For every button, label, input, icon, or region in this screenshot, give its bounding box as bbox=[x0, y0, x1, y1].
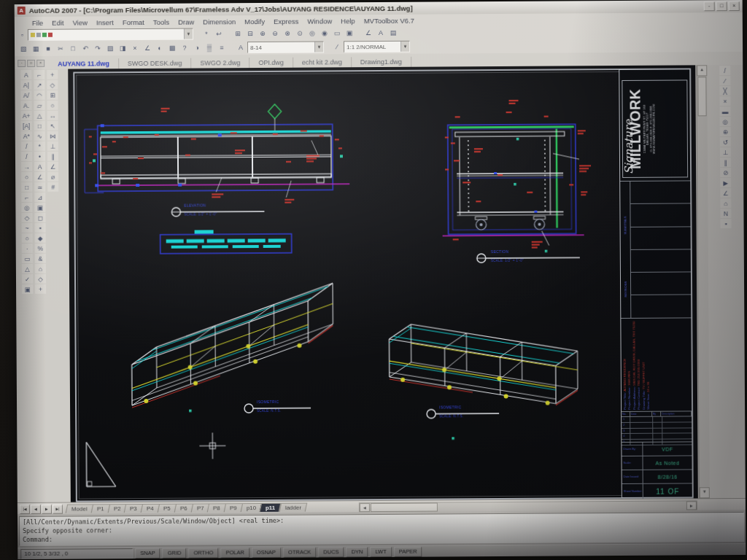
status-toggle-button[interactable]: DUCS bbox=[318, 547, 344, 557]
modify-tool-icon[interactable]: ⊕ bbox=[720, 127, 731, 136]
toolbar-icon[interactable]: ◑ bbox=[191, 42, 203, 53]
tool-icon[interactable]: ⊞ bbox=[47, 90, 58, 100]
toolbar-icon[interactable]: * bbox=[201, 28, 212, 39]
modify-tool-icon[interactable]: ⊥ bbox=[720, 147, 731, 157]
tool-icon[interactable]: ∠ bbox=[47, 162, 58, 171]
scale-dropdown[interactable]: 1:1 2/NORMAL ▼ bbox=[344, 41, 410, 53]
tool-icon[interactable]: / bbox=[21, 152, 32, 161]
modify-tool-icon[interactable]: ▬ bbox=[720, 106, 731, 116]
menu-item[interactable]: Window bbox=[303, 17, 336, 25]
coordinates-readout[interactable]: 10 1/2, 5 3/32 , 0 bbox=[20, 548, 133, 559]
modify-tool-icon[interactable]: ╳ bbox=[719, 86, 730, 96]
layout-nav-button[interactable]: |◀ bbox=[20, 504, 30, 513]
mdi-control-button[interactable]: □ bbox=[27, 60, 35, 67]
toolbar-icon[interactable]: ∠ bbox=[363, 28, 374, 39]
tool-icon[interactable]: ∿ bbox=[34, 131, 45, 141]
tool-icon[interactable]: ∠ bbox=[34, 172, 45, 182]
modify-tool-icon[interactable]: ∠ bbox=[720, 188, 731, 198]
toolbar-icon[interactable]: × bbox=[129, 42, 141, 53]
tool-icon[interactable]: A/ bbox=[20, 90, 31, 100]
status-toggle-button[interactable]: DYN bbox=[347, 547, 368, 557]
status-toggle-button[interactable]: POLAR bbox=[220, 548, 249, 558]
toolbar-icon[interactable]: A bbox=[375, 27, 387, 38]
modify-tool-icon[interactable]: ∥ bbox=[720, 158, 731, 167]
tool-icon[interactable]: ⋈ bbox=[47, 131, 58, 141]
toolbar-icon[interactable]: ↷ bbox=[92, 43, 104, 54]
tool-icon[interactable]: A bbox=[20, 70, 31, 79]
tool-icon[interactable]: ✓ bbox=[22, 274, 33, 284]
window-control-button[interactable]: × bbox=[729, 1, 740, 11]
text-style-dropdown[interactable]: 8-14 ▼ bbox=[247, 41, 324, 53]
tool-icon[interactable]: ▣ bbox=[22, 284, 33, 294]
toolbar-icon[interactable]: ◐ bbox=[154, 42, 166, 53]
chevron-down-icon[interactable]: ▼ bbox=[184, 29, 193, 39]
drawing-tab[interactable]: OPI.dwg bbox=[249, 58, 293, 68]
modify-tool-icon[interactable]: ↺ bbox=[720, 137, 731, 147]
scale-tool-icon[interactable]: ∕ bbox=[331, 42, 343, 52]
toolbar-icon[interactable]: ◨ bbox=[117, 43, 128, 54]
drawing-tab[interactable]: AUYANG 11.dwg bbox=[49, 58, 119, 69]
tool-icon[interactable]: ○ bbox=[22, 233, 33, 243]
drawing-tab[interactable]: echt kit 2.dwg bbox=[293, 57, 352, 67]
status-toggle-button[interactable]: OSNAP bbox=[252, 548, 281, 558]
tool-icon[interactable]: □ bbox=[34, 121, 45, 131]
toolbar-icon[interactable]: ▒ bbox=[204, 42, 215, 53]
zoom-tool-icon[interactable]: ⊗ bbox=[282, 28, 293, 39]
zoom-tool-icon[interactable]: ⊟ bbox=[244, 28, 256, 39]
tool-icon[interactable]: ⌐ bbox=[34, 70, 44, 79]
scroll-left-icon[interactable]: ◀ bbox=[360, 503, 370, 512]
layer-dropdown[interactable]: ▼ bbox=[28, 28, 193, 41]
layout-tab[interactable]: ladder bbox=[279, 503, 307, 512]
layer-properties-icon[interactable]: ▫ bbox=[18, 29, 27, 40]
layout-nav-button[interactable]: ▶| bbox=[53, 504, 63, 513]
modify-tool-icon[interactable]: ⌂ bbox=[720, 198, 731, 208]
menu-item[interactable]: Help bbox=[336, 17, 360, 25]
tool-icon[interactable]: △ bbox=[22, 264, 33, 273]
modify-tool-icon[interactable]: ▪ bbox=[720, 219, 731, 228]
menu-item[interactable]: Express bbox=[269, 17, 303, 25]
tool-icon[interactable]: A. bbox=[20, 101, 31, 110]
zoom-tool-icon[interactable]: ◎ bbox=[306, 28, 318, 39]
tool-icon[interactable]: • bbox=[34, 152, 45, 161]
tool-icon[interactable]: □ bbox=[21, 182, 32, 192]
tool-icon[interactable]: ~ bbox=[22, 223, 33, 233]
layout-tab[interactable]: Model bbox=[66, 504, 93, 513]
tool-icon[interactable]: ⊿ bbox=[34, 192, 45, 202]
modify-tool-icon[interactable]: ⁄ bbox=[719, 76, 730, 85]
zoom-tool-icon[interactable]: ⊕ bbox=[257, 28, 268, 39]
tool-icon[interactable]: ◇ bbox=[35, 274, 46, 284]
toolbar-icon[interactable]: ✂ bbox=[55, 43, 66, 54]
tool-icon[interactable]: ◎ bbox=[21, 203, 32, 212]
tool-icon[interactable]: ◻ bbox=[34, 213, 45, 222]
drawing-canvas[interactable]: ELEVATIONSCALE: 1/2" = 1'-0" SECTIONSCAL… bbox=[68, 65, 698, 502]
mdi-control-button[interactable]: × bbox=[36, 60, 44, 67]
tool-icon[interactable]: ∥ bbox=[47, 152, 58, 161]
tool-icon[interactable]: ▱ bbox=[34, 101, 44, 110]
menu-item[interactable]: Modify bbox=[240, 17, 269, 25]
modify-tool-icon[interactable]: × bbox=[719, 96, 730, 106]
tool-icon[interactable]: / bbox=[21, 141, 32, 151]
status-toggle-button[interactable]: GRID bbox=[163, 548, 187, 559]
modify-tool-icon[interactable]: ◎ bbox=[720, 117, 731, 126]
status-toggle-button[interactable]: OTRACK bbox=[283, 548, 316, 558]
menu-item[interactable]: MVToolbox V6.7 bbox=[360, 16, 419, 24]
toolbar-icon[interactable]: ? bbox=[179, 42, 190, 53]
toolbar-icon[interactable]: ■ bbox=[42, 43, 54, 54]
tool-icon[interactable]: ↔ bbox=[47, 111, 58, 120]
tool-icon[interactable]: * bbox=[34, 141, 45, 151]
toolbar-icon[interactable]: ▩ bbox=[166, 42, 178, 53]
zoom-tool-icon[interactable]: ▭ bbox=[331, 28, 343, 39]
tool-icon[interactable]: ⊥ bbox=[47, 141, 58, 151]
toolbar-icon[interactable]: ∠ bbox=[142, 42, 153, 53]
tool-icon[interactable]: ↗ bbox=[34, 80, 44, 90]
drawing-tab[interactable]: SWGO 2.dwg bbox=[191, 58, 249, 68]
menu-item[interactable]: File bbox=[28, 18, 47, 26]
tool-icon[interactable]: A bbox=[34, 162, 45, 171]
menu-item[interactable]: Format bbox=[118, 18, 149, 26]
tool-icon[interactable]: ⌂ bbox=[35, 264, 46, 273]
tool-icon[interactable]: ≃ bbox=[34, 182, 45, 192]
layout-nav-button[interactable]: ▶ bbox=[42, 504, 52, 513]
tool-icon[interactable]: + bbox=[47, 70, 58, 79]
toolbar-icon[interactable]: ≡ bbox=[216, 42, 228, 53]
toolbar-icon[interactable]: ▧ bbox=[18, 43, 29, 54]
